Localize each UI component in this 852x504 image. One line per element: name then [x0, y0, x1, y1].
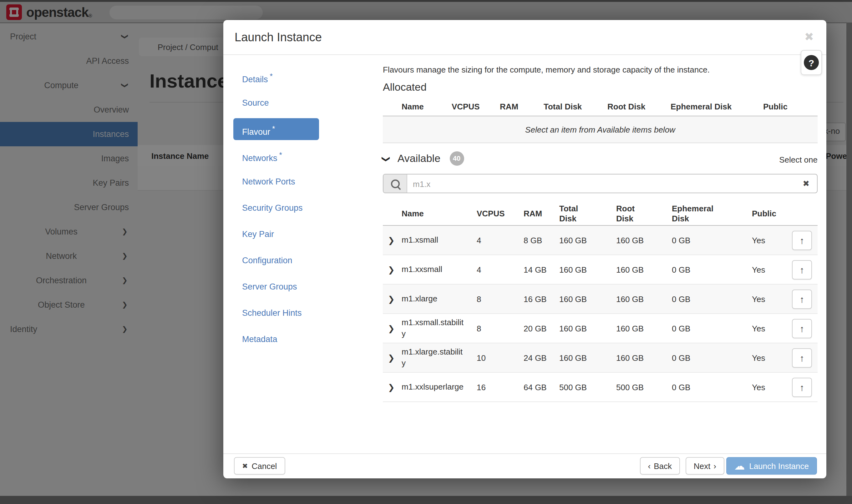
- allocated-column-total-disk: Total Disk: [544, 98, 607, 116]
- flavour-ephemeral-disk: 0 GB: [672, 353, 752, 362]
- expand-row-icon[interactable]: ❯: [383, 382, 402, 392]
- available-count-badge: 40: [449, 151, 464, 166]
- flavour-action-cell: ↑: [792, 319, 818, 338]
- flavour-ram: 24 GB: [523, 353, 559, 362]
- flavour-public: Yes: [752, 235, 792, 245]
- flavour-ephemeral-disk: 0 GB: [672, 324, 752, 333]
- cancel-button[interactable]: ✖ Cancel: [234, 457, 285, 474]
- wizard-nav-metadata[interactable]: Metadata: [233, 328, 319, 350]
- cancel-x-icon: ✖: [242, 462, 248, 470]
- search-input[interactable]: [412, 175, 789, 193]
- available-column-total-disk: Total Disk: [559, 204, 616, 224]
- flavour-name: m1.xsmall: [402, 234, 477, 246]
- wizard-nav-label: Key Pair: [242, 230, 274, 239]
- modal-title: Launch Instance: [235, 31, 322, 44]
- flavour-name-text: m1.xlarge: [402, 293, 437, 305]
- wizard-nav-server-groups[interactable]: Server Groups: [233, 276, 319, 298]
- back-button[interactable]: ‹ Back: [640, 457, 680, 474]
- allocate-flavour-button[interactable]: ↑: [792, 377, 812, 397]
- wizard-nav-source[interactable]: Source: [233, 92, 319, 114]
- wizard-nav-label: Source: [242, 98, 269, 108]
- wizard-nav-flavour[interactable]: Flavour*: [233, 118, 319, 140]
- flavour-public: Yes: [752, 294, 792, 304]
- step-description: Flavours manage the sizing for the compu…: [383, 65, 710, 74]
- flavour-row[interactable]: ❯m1.xsmall.stability820 GB160 GB160 GB0 …: [383, 314, 818, 343]
- wizard-nav-networks[interactable]: Networks*: [233, 144, 319, 166]
- launch-instance-button[interactable]: ☁↑ Launch Instance: [726, 457, 817, 474]
- allocated-column-ephemeral-disk: Ephemeral Disk: [671, 98, 763, 116]
- available-column-vcpus: VCPUS: [477, 209, 523, 219]
- wizard-nav-network-ports[interactable]: Network Ports: [233, 171, 319, 193]
- expand-row-icon[interactable]: ❯: [383, 324, 402, 333]
- allocated-column-public: Public: [763, 98, 818, 116]
- allocate-flavour-button[interactable]: ↑: [792, 260, 812, 279]
- flavour-search-box: ✖: [383, 174, 818, 193]
- flavour-action-cell: ↑: [792, 377, 818, 397]
- available-section-bar: ❯ Available 40 Select one: [383, 151, 818, 167]
- flavour-root-disk: 160 GB: [616, 294, 672, 304]
- flavour-total-disk: 160 GB: [559, 353, 616, 362]
- clear-search-icon[interactable]: ✖: [803, 179, 810, 188]
- flavour-ram: 64 GB: [523, 382, 559, 392]
- wizard-nav-label: Security Groups: [242, 203, 303, 213]
- flavour-public: Yes: [752, 324, 792, 333]
- flavour-public: Yes: [752, 353, 792, 362]
- allocated-empty-message: Select an item from Available items belo…: [525, 125, 675, 134]
- available-column-public: Public: [752, 209, 792, 219]
- flavour-public: Yes: [752, 265, 792, 274]
- allocate-flavour-button[interactable]: ↑: [792, 348, 812, 367]
- flavour-name-text: m1.xxsmall: [402, 264, 442, 275]
- wizard-nav-label: Details: [242, 75, 268, 84]
- allocated-empty-row: Select an item from Available items belo…: [383, 116, 818, 143]
- flavour-ephemeral-disk: 0 GB: [672, 235, 752, 245]
- available-column-label: Ephemeral Disk: [672, 204, 717, 224]
- flavour-row[interactable]: ❯m1.xxlsuperlarge1664 GB500 GB500 GB0 GB…: [383, 373, 818, 402]
- wizard-nav-label: Network Ports: [242, 177, 295, 186]
- flavour-vcpus: 8: [477, 294, 523, 304]
- flavour-total-disk: 500 GB: [559, 382, 616, 392]
- flavour-action-cell: ↑: [792, 289, 818, 309]
- allocate-flavour-button[interactable]: ↑: [792, 289, 812, 309]
- flavour-name-text: m1.xsmall.stability: [402, 317, 467, 340]
- available-column-ephemeral-disk: Ephemeral Disk: [672, 204, 752, 224]
- flavour-root-disk: 500 GB: [616, 382, 672, 392]
- allocated-column-ram: RAM: [500, 98, 544, 116]
- wizard-nav-label: Configuration: [242, 256, 292, 265]
- flavour-total-disk: 160 GB: [559, 294, 616, 304]
- flavour-ram: 16 GB: [523, 294, 559, 304]
- wizard-nav-configuration[interactable]: Configuration: [233, 250, 319, 271]
- flavour-root-disk: 160 GB: [616, 265, 672, 274]
- flavour-name: m1.xlarge.stability: [402, 346, 477, 369]
- wizard-nav-security-groups[interactable]: Security Groups: [233, 197, 319, 219]
- wizard-nav-details[interactable]: Details*: [233, 66, 319, 88]
- expand-row-icon[interactable]: ❯: [383, 235, 402, 245]
- flavour-row[interactable]: ❯m1.xlarge816 GB160 GB160 GB0 GBYes↑: [383, 285, 818, 314]
- allocate-flavour-button[interactable]: ↑: [792, 319, 812, 338]
- expand-row-icon[interactable]: ❯: [383, 294, 402, 304]
- available-column-name: Name: [402, 209, 477, 219]
- wizard-nav-key-pair[interactable]: Key Pair: [233, 223, 319, 245]
- screen: openstack ® Project❯API AccessCompute❯Ov…: [0, 0, 852, 504]
- flavour-public: Yes: [752, 382, 792, 392]
- flavour-row[interactable]: ❯m1.xxsmall414 GB160 GB160 GB0 GBYes↑: [383, 255, 818, 285]
- chevron-down-icon[interactable]: ❯: [381, 156, 391, 163]
- expand-row-icon[interactable]: ❯: [383, 353, 402, 362]
- wizard-nav-scheduler-hints[interactable]: Scheduler Hints: [233, 302, 319, 324]
- flavour-row[interactable]: ❯m1.xlarge.stability1024 GB160 GB160 GB0…: [383, 343, 818, 373]
- next-button[interactable]: Next ›: [686, 457, 724, 474]
- allocate-flavour-button[interactable]: ↑: [792, 230, 812, 250]
- flavour-action-cell: ↑: [792, 260, 818, 279]
- expand-row-icon[interactable]: ❯: [383, 265, 402, 274]
- cloud-upload-icon: ☁↑: [734, 461, 745, 471]
- flavour-name-text: m1.xlarge.stability: [402, 346, 467, 369]
- flavour-name: m1.xxsmall: [402, 264, 477, 275]
- flavour-ram: 8 GB: [523, 235, 559, 245]
- search-icon-segment: [384, 175, 407, 193]
- search-icon: [391, 179, 400, 188]
- flavour-row[interactable]: ❯m1.xsmall48 GB160 GB160 GB0 GBYes↑: [383, 226, 818, 255]
- wizard-nav-label: Networks: [242, 154, 278, 163]
- required-asterisk: *: [272, 124, 275, 133]
- flavour-step: Flavours manage the sizing for the compu…: [383, 20, 818, 454]
- wizard-nav: Details*SourceFlavour*Networks*Network P…: [233, 66, 319, 355]
- flavour-root-disk: 160 GB: [616, 353, 672, 362]
